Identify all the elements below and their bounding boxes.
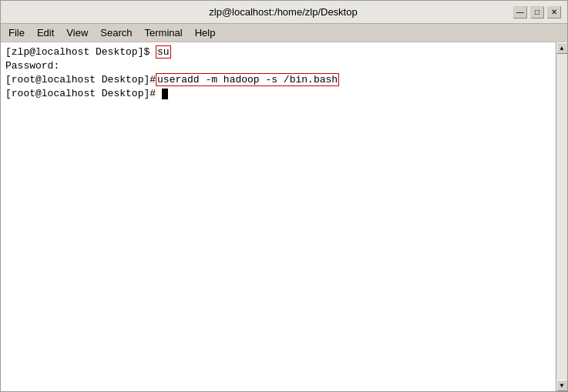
terminal-line-3: [root@localhost Desktop]#useradd -m hado… xyxy=(5,73,549,87)
minimize-button[interactable]: — xyxy=(513,6,527,18)
terminal-line-1: [zlp@localhost Desktop]$ su xyxy=(5,45,549,59)
menu-file[interactable]: File xyxy=(2,25,31,42)
scrollbar-track[interactable] xyxy=(556,54,567,380)
menu-bar: File Edit View Search Terminal Help xyxy=(1,24,567,42)
menu-help[interactable]: Help xyxy=(189,25,222,42)
terminal-content: [zlp@localhost Desktop]$ su Password: [r… xyxy=(5,45,563,101)
title-bar: zlp@localhost:/home/zlp/Desktop — □ ✕ xyxy=(1,1,567,24)
maximize-button[interactable]: □ xyxy=(530,6,544,18)
menu-terminal[interactable]: Terminal xyxy=(139,25,189,42)
command-su: su xyxy=(156,45,171,59)
scrollbar-down-button[interactable]: ▼ xyxy=(556,380,568,391)
terminal-body[interactable]: [zlp@localhost Desktop]$ su Password: [r… xyxy=(1,42,567,391)
window-title: zlp@localhost:/home/zlp/Desktop xyxy=(53,6,513,18)
menu-edit[interactable]: Edit xyxy=(31,25,60,42)
terminal-line-2: Password: xyxy=(5,59,549,73)
menu-view[interactable]: View xyxy=(60,25,94,42)
menu-search[interactable]: Search xyxy=(94,25,138,42)
terminal-cursor xyxy=(162,89,168,99)
scrollbar[interactable]: ▲ ▼ xyxy=(556,42,567,391)
terminal-line-4: [root@localhost Desktop]# xyxy=(5,87,549,101)
title-controls: — □ ✕ xyxy=(513,6,561,18)
command-useradd: useradd -m hadoop -s /bin.bash xyxy=(156,73,339,86)
close-button[interactable]: ✕ xyxy=(547,6,561,18)
scrollbar-up-button[interactable]: ▲ xyxy=(556,42,568,54)
terminal-window: zlp@localhost:/home/zlp/Desktop — □ ✕ Fi… xyxy=(0,0,568,392)
